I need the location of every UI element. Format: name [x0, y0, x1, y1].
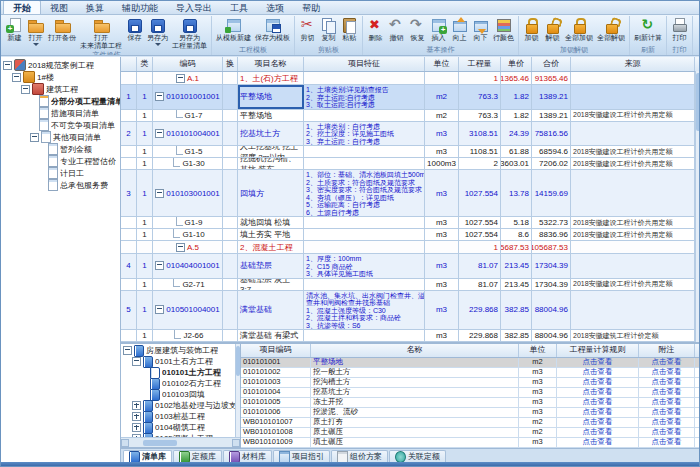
ribbon-button[interactable]: 另存为工程量清单: [170, 16, 209, 51]
table-row[interactable]: 1G1-9就地回填 松填m31027.5545.185322.732018安徽建…: [121, 217, 700, 229]
bottom-tab[interactable]: 关联定额: [389, 450, 446, 462]
rule-link[interactable]: 点击查看: [557, 378, 639, 387]
rule-link[interactable]: 点击查看: [557, 398, 639, 407]
rule-link[interactable]: 点击查看: [557, 368, 639, 377]
ribbon-button[interactable]: 保存为模板: [253, 16, 292, 43]
library-tree-item[interactable]: 0104砌筑工程: [121, 422, 240, 433]
ribbon-tab[interactable]: 工具: [221, 1, 257, 14]
ribbon-button[interactable]: 向下: [470, 16, 491, 43]
ribbon-tab[interactable]: 选项: [257, 1, 293, 14]
ribbon-button[interactable]: 另存为: [145, 16, 170, 47]
ribbon-button[interactable]: 粘贴: [339, 16, 360, 43]
bottom-tab[interactable]: 组价方案: [331, 450, 388, 462]
table-row[interactable]: 1G1-10填土夯实 平地m31027.5548.68836.962018安徽建…: [121, 229, 700, 241]
library-tree-item[interactable]: 010103回填: [121, 389, 240, 400]
project-tree-item[interactable]: 不可竞争项目清单: [1, 119, 120, 131]
ribbon-tab[interactable]: 开始: [3, 0, 41, 14]
table-row[interactable]: 21010101004001挖基坑土方1、土壤类别：自行考虑2、挖土深度：详见施…: [121, 122, 700, 147]
table-row[interactable]: 010101006挖淤泥、流砂m3点击查看点击查看: [241, 408, 700, 418]
library-tree-item[interactable]: 010102石方工程: [121, 378, 240, 389]
note-link[interactable]: 点击查看: [639, 428, 695, 437]
ribbon-tab[interactable]: 视图: [41, 1, 77, 14]
project-tree-item[interactable]: 其他项目清单: [1, 131, 120, 143]
rule-link[interactable]: 点击查看: [557, 428, 639, 437]
project-tree-item[interactable]: 计日工: [1, 167, 120, 179]
library-tree-item[interactable]: 房屋建筑与装饰工程: [121, 345, 240, 356]
expand-icon[interactable]: [132, 423, 141, 432]
note-link[interactable]: 点击查看: [639, 388, 695, 397]
table-row[interactable]: 1G1-5人工挖基坑 挖土深度 2m以内m31108.5161.8868594.…: [121, 146, 700, 158]
collapse-icon[interactable]: [30, 133, 39, 142]
ribbon-button[interactable]: 撤销: [386, 16, 407, 43]
project-tree-item[interactable]: 2018规范案例工程: [1, 59, 120, 71]
bottom-tab[interactable]: 定额库: [173, 450, 222, 462]
ribbon-tab[interactable]: 辅助功能: [113, 1, 167, 14]
project-tree-item[interactable]: 暂列金额: [1, 143, 120, 155]
rule-link[interactable]: 点击查看: [557, 438, 639, 447]
library-tree-item[interactable]: 0102地基处理与边坡支护工程: [121, 400, 240, 411]
note-link[interactable]: 点击查看: [639, 368, 695, 377]
table-row[interactable]: 1G1-7平整场地m2763.31.821389.212018安徽建设工程计价共…: [121, 110, 700, 122]
note-link[interactable]: 点击查看: [639, 378, 695, 387]
collapse-icon[interactable]: [155, 261, 164, 270]
ribbon-button[interactable]: 打开备份: [46, 16, 78, 43]
ribbon-button[interactable]: 向上: [449, 16, 470, 43]
library-tree-vertical-scrollbar[interactable]: [235, 344, 240, 438]
table-row[interactable]: 010101002挖一般土方m3点击查看点击查看: [241, 368, 700, 378]
collapse-icon[interactable]: [176, 74, 185, 83]
ribbon-button[interactable]: 刷新计算: [632, 16, 664, 43]
bottom-tab[interactable]: 项目指引: [273, 450, 330, 462]
collapse-icon[interactable]: [155, 129, 164, 138]
rule-link[interactable]: 点击查看: [557, 418, 639, 427]
scroll-right-arrow-icon[interactable]: [232, 439, 240, 447]
ribbon-button[interactable]: 加锁: [521, 16, 542, 43]
ribbon-button[interactable]: 插入: [428, 16, 449, 43]
table-row[interactable]: A.52、混凝土工程1105687.53105687.53: [121, 241, 700, 254]
table-row[interactable]: 1G2-71基础垫层 灰土3:7m381.07213.4517304.39201…: [121, 279, 700, 291]
collapse-icon[interactable]: [155, 189, 164, 198]
project-tree-item[interactable]: 建筑工程: [1, 83, 120, 95]
ribbon-tab[interactable]: 导入导出: [167, 1, 221, 14]
table-row[interactable]: 31010103001001回填方1、部位：基础、清水池板回填土500mm厚2、…: [121, 170, 700, 217]
table-row[interactable]: 41010404001001基础垫层1、厚度：100mm2、C15 商品砼3、具…: [121, 254, 700, 279]
table-row[interactable]: 010101001平整场地m2点击查看点击查看: [241, 358, 700, 368]
table-row[interactable]: 010101003挖沟槽土方m3点击查看点击查看: [241, 378, 700, 388]
scroll-thumb[interactable]: [696, 73, 700, 131]
table-row[interactable]: WB010101007原土打夯m2点击查看点击查看: [241, 418, 700, 428]
collapse-icon[interactable]: [123, 346, 132, 355]
note-link[interactable]: 点击查看: [639, 438, 695, 447]
collapse-icon[interactable]: [155, 305, 164, 314]
collapse-icon[interactable]: [155, 92, 164, 101]
library-tree-item[interactable]: 0103桩基工程: [121, 411, 240, 422]
ribbon-button[interactable]: 恢复: [407, 16, 428, 43]
scroll-thumb[interactable]: [143, 440, 177, 446]
ribbon-button[interactable]: 打开: [25, 16, 46, 47]
rule-link[interactable]: 点击查看: [557, 388, 639, 397]
scroll-left-arrow-icon[interactable]: [121, 439, 129, 447]
project-tree-item[interactable]: 措施项目清单: [1, 107, 120, 119]
rule-link[interactable]: 点击查看: [557, 408, 639, 417]
ribbon-button[interactable]: 全部加锁: [563, 16, 595, 43]
table-row[interactable]: A.11、土(石)方工程191365.4691365.46: [121, 72, 700, 85]
expand-icon[interactable]: [132, 401, 141, 410]
ribbon-tab[interactable]: 帮助: [293, 1, 329, 14]
note-link[interactable]: 点击查看: [639, 358, 695, 367]
table-row[interactable]: 1G1-30挖掘机挖沟槽、基坑 装车1000m323603.017206.022…: [121, 158, 700, 170]
library-tree-item[interactable]: 010101土方工程: [121, 367, 240, 378]
ribbon-button[interactable]: 打开未来清单工程: [78, 16, 124, 51]
expand-icon[interactable]: [132, 412, 141, 421]
bottom-tab[interactable]: 清单库: [123, 450, 172, 462]
table-row[interactable]: 1J2-66满堂基础 有梁式m3229.868382.8588004.96201…: [121, 330, 700, 342]
table-row[interactable]: 51010501004001满堂基础清水池、集水坑、出水阀门检查井、溢流井、进水…: [121, 291, 700, 331]
ribbon-button[interactable]: 行颜色: [491, 16, 516, 43]
collapse-icon[interactable]: [3, 61, 12, 70]
table-row[interactable]: 11010101001001平整场地1、土壤类别:详见勘查报告2、弃土运距:自行…: [121, 85, 700, 110]
ribbon-button[interactable]: 全部解锁: [595, 16, 627, 43]
bottom-tab[interactable]: 材料库: [223, 450, 272, 462]
note-link[interactable]: 点击查看: [639, 408, 695, 417]
table-row[interactable]: 010101004挖基坑土方m3点击查看点击查看: [241, 388, 700, 398]
project-tree-item[interactable]: 专业工程暂估价: [1, 155, 120, 167]
library-tree-item[interactable]: 0101土石方工程: [121, 356, 240, 367]
boq-vertical-scrollbar[interactable]: [695, 71, 700, 343]
library-tree-horizontal-scrollbar[interactable]: [121, 437, 240, 447]
